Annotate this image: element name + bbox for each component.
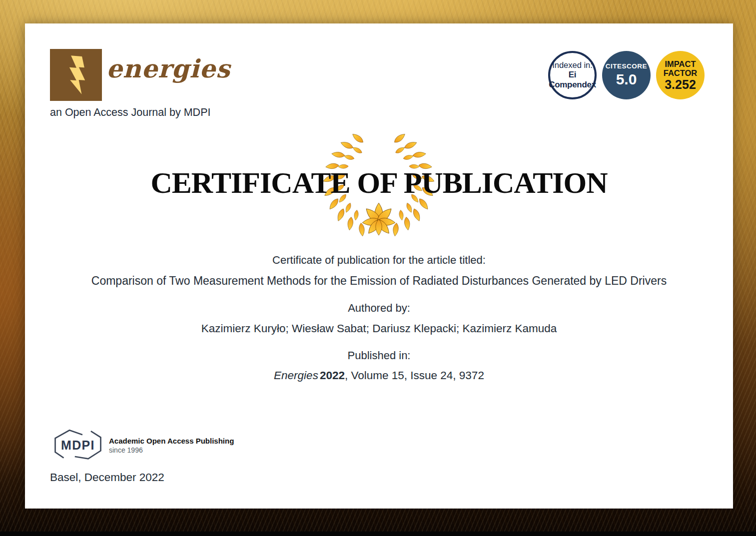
impact-factor-badge: IMPACT FACTOR 3.252 — [656, 51, 705, 99]
publication-details: , Volume 15, Issue 24, 9372 — [345, 369, 484, 382]
indexed-in-value: Ei Compendex — [549, 70, 596, 90]
publisher-text: Academic Open Access Publishing since 19… — [109, 437, 234, 455]
publisher-since: since 1996 — [109, 446, 234, 455]
bottom-black-strip — [0, 532, 756, 536]
mdpi-logo: MDPI — [49, 426, 107, 466]
publication-reference: Energies2022, Volume 15, Issue 24, 9372 — [25, 368, 733, 383]
indexed-in-label: Indexed in: — [552, 60, 593, 70]
published-in-label: Published in: — [25, 348, 733, 363]
citescore-badge: CITESCORE 5.0 — [602, 51, 651, 99]
date-place: Basel, December 2022 — [50, 471, 164, 484]
citescore-label: CITESCORE — [606, 62, 647, 70]
certificate-card: energies an Open Access Journal by MDPI … — [25, 23, 733, 509]
certificate-title: CERTIFICATE OF PUBLICATION — [25, 164, 733, 201]
publication-journal: Energies — [274, 369, 318, 382]
article-title: Comparison of Two Measurement Methods fo… — [25, 273, 733, 288]
indexed-in-badge: Indexed in: Ei Compendex — [548, 51, 597, 99]
mdpi-logo-text: MDPI — [61, 438, 95, 452]
citescore-value: 5.0 — [616, 71, 637, 88]
publisher-tagline: Academic Open Access Publishing — [109, 437, 234, 446]
journal-subtitle: an Open Access Journal by MDPI — [50, 106, 210, 119]
energies-logo — [50, 49, 102, 101]
publication-year: 2022 — [320, 369, 345, 382]
certificate-intro: Certificate of publication for the artic… — [25, 253, 733, 268]
authored-by-label: Authored by: — [25, 301, 733, 316]
journal-name: energies — [106, 56, 230, 81]
lightning-bolt-icon — [55, 54, 96, 95]
authors: Kazimierz Kuryło; Wiesław Sabat; Dariusz… — [25, 321, 733, 336]
impact-factor-label: IMPACT FACTOR — [662, 59, 700, 77]
impact-factor-value: 3.252 — [665, 78, 696, 91]
metric-badges: Indexed in: Ei Compendex CITESCORE 5.0 I… — [548, 51, 705, 99]
